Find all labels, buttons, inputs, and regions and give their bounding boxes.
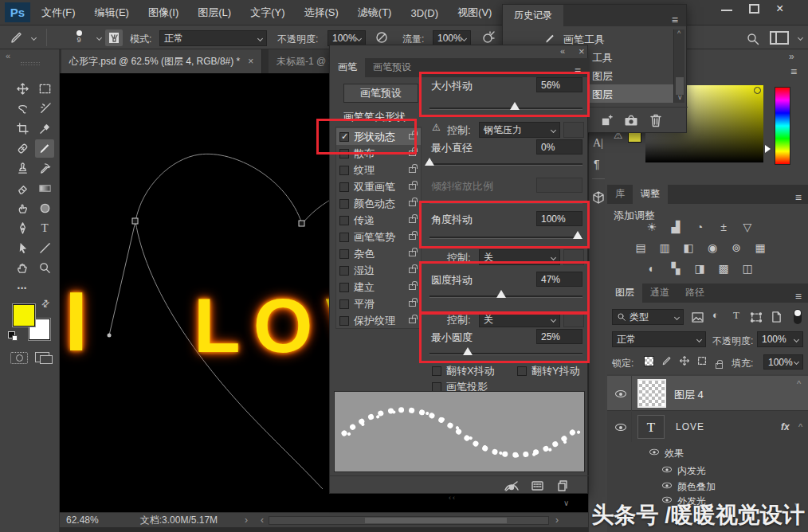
workspace-chevron[interactable] <box>798 35 803 41</box>
flip-y-checkbox[interactable] <box>517 366 527 376</box>
lock-position-icon[interactable] <box>679 355 690 366</box>
clone-stamp-tool[interactable] <box>13 159 32 178</box>
tool-preset-chevron[interactable] <box>31 35 37 41</box>
tab-adjustments[interactable]: 调整 <box>633 184 668 204</box>
new-brush-icon[interactable] <box>556 479 569 492</box>
brush-option-wet-edges[interactable]: 湿边 <box>336 262 421 279</box>
effects-visibility-icon[interactable] <box>649 449 659 456</box>
eyedropper-tool[interactable] <box>35 119 54 138</box>
foreground-color-swatch[interactable] <box>13 304 35 327</box>
hand-tool[interactable] <box>13 259 32 277</box>
menu-layer[interactable]: 图层(L) <box>198 6 231 20</box>
brush-tip-shape-item[interactable]: 画笔笔尖形状 <box>335 109 420 125</box>
eraser-tool[interactable] <box>13 179 32 198</box>
brush-option-dual-brush[interactable]: 双重画笔 <box>336 178 421 195</box>
zoom-tool[interactable] <box>35 259 54 277</box>
opacity-value[interactable]: 100% <box>328 30 366 46</box>
dual-brush-lock-icon[interactable] <box>409 184 416 190</box>
history-scrollbar[interactable]: ^ ∨ <box>673 29 684 103</box>
snapshot-camera-icon[interactable] <box>624 114 638 127</box>
brush-tab[interactable]: 画笔 <box>330 57 365 77</box>
brush-presets-button[interactable]: 画笔预设 <box>343 84 418 103</box>
filter-shape-icon[interactable] <box>751 312 762 323</box>
flow-value[interactable]: 100% <box>433 30 471 46</box>
min-diameter-slider[interactable] <box>429 163 582 166</box>
history-menu-icon[interactable]: ≡ <box>672 14 678 26</box>
adjustment-gradient-map[interactable]: ▩ <box>714 261 733 276</box>
smoothing-lock-icon[interactable] <box>409 301 416 307</box>
brush-option-texture[interactable]: 纹理 <box>336 162 421 178</box>
layer-filter-type[interactable]: 类型 <box>612 309 684 325</box>
min-roundness-thumb[interactable] <box>463 347 473 355</box>
menu-image[interactable]: 图像(I) <box>148 6 178 20</box>
default-colors-icon[interactable] <box>8 331 15 338</box>
menu-type[interactable]: 文字(Y) <box>250 6 284 20</box>
brush-tool-icon[interactable] <box>10 30 24 45</box>
panel-expand-icon[interactable]: » <box>789 51 794 62</box>
menu-edit[interactable]: 编辑(E) <box>95 6 129 20</box>
magic-wand-tool[interactable] <box>35 100 54 118</box>
wet-edges-checkbox[interactable] <box>339 266 349 276</box>
effect-row-color-overlay[interactable]: 颜色叠加 <box>607 478 808 494</box>
filter-toggle-pill[interactable] <box>794 309 802 324</box>
angle-jitter-slider[interactable] <box>429 237 582 239</box>
adjustment-exposure[interactable]: ± <box>714 220 733 234</box>
layer-row-love[interactable]: T LOVE fx ^ <box>607 412 808 442</box>
brush-pose-lock-icon[interactable] <box>409 234 416 240</box>
menu-file[interactable]: 文件(F) <box>41 6 76 20</box>
dodge-tool[interactable] <box>35 199 54 217</box>
line-tool[interactable] <box>35 239 54 257</box>
layer1-visibility-icon[interactable] <box>615 390 626 397</box>
more-tools-icon[interactable]: ••• <box>13 279 32 297</box>
path-select-tool[interactable] <box>13 239 32 257</box>
protect-texture-checkbox[interactable] <box>339 316 349 326</box>
inner-glow-visibility-icon[interactable] <box>662 467 672 473</box>
toolbar-collapse-icon[interactable]: « <box>6 51 10 61</box>
panel-close-icon[interactable]: × <box>579 45 585 57</box>
brush-pose-checkbox[interactable] <box>339 233 349 242</box>
transfer-lock-icon[interactable] <box>409 217 416 223</box>
hscroll-left-icon[interactable]: ‹ <box>261 514 264 526</box>
fx-collapse-icon[interactable]: ^ <box>798 422 802 432</box>
layer1-thumbnail[interactable] <box>637 379 666 408</box>
delete-state-trash-icon[interactable] <box>649 113 662 127</box>
marquee-tool[interactable] <box>35 80 54 98</box>
brush-option-shape-dynamics[interactable]: 形状动态 <box>336 128 421 145</box>
size-jitter-thumb[interactable] <box>510 102 520 110</box>
history-scroll-thumb[interactable] <box>676 77 684 95</box>
min-diameter-thumb[interactable] <box>425 158 434 166</box>
lock-pixels-icon[interactable] <box>661 355 673 366</box>
shape-dynamics-checkbox[interactable] <box>339 132 349 142</box>
color-picker-ring[interactable] <box>754 87 761 94</box>
build-up-lock-icon[interactable] <box>409 284 416 290</box>
adjustments-menu-icon[interactable]: ≡ <box>795 191 802 204</box>
menu-filter[interactable]: 滤镜(T) <box>358 6 392 20</box>
zoom-level[interactable]: 62.48% <box>66 514 99 526</box>
texture-lock-icon[interactable] <box>409 167 416 173</box>
brush-option-noise[interactable]: 杂色 <box>336 245 421 262</box>
adjustment-invert[interactable]: ◐ <box>642 261 661 276</box>
brush-option-scattering[interactable]: 散布 <box>336 145 421 162</box>
adjustment-curves[interactable]: ◔ <box>690 220 709 234</box>
noise-checkbox[interactable] <box>339 249 349 259</box>
control1-select[interactable]: 钢笔压力 <box>479 122 560 138</box>
size-jitter-value[interactable]: 56% <box>536 77 582 92</box>
tab-channels[interactable]: 通道 <box>642 283 677 303</box>
pen-tool[interactable] <box>13 219 32 237</box>
paragraph-panel-icon[interactable]: ¶ <box>594 158 600 170</box>
opacity-pressure-icon[interactable] <box>375 30 389 45</box>
crop-tool[interactable] <box>13 119 32 138</box>
adjustment-posterize[interactable]: ▚ <box>666 261 685 276</box>
min-roundness-slider[interactable] <box>429 353 582 355</box>
document-tab-active[interactable]: 心形字.psd @ 62.5% (图层 4, RGB/8#) * × <box>61 49 262 73</box>
brush-option-brush-pose[interactable]: 画笔笔势 <box>336 229 421 245</box>
move-tool[interactable] <box>13 80 32 98</box>
brush-option-color-dynamics[interactable]: 颜色动态 <box>336 195 421 212</box>
adjustment-color-balance[interactable]: ▥ <box>655 241 674 255</box>
filter-image-icon[interactable] <box>692 312 704 323</box>
blend-mode-select[interactable]: 正常 <box>612 331 706 347</box>
tab-paths[interactable]: 路径 <box>677 283 712 303</box>
filter-adjustment-icon[interactable]: ◐ <box>712 309 719 321</box>
build-up-checkbox[interactable] <box>339 283 349 292</box>
dual-brush-checkbox[interactable] <box>339 182 349 192</box>
